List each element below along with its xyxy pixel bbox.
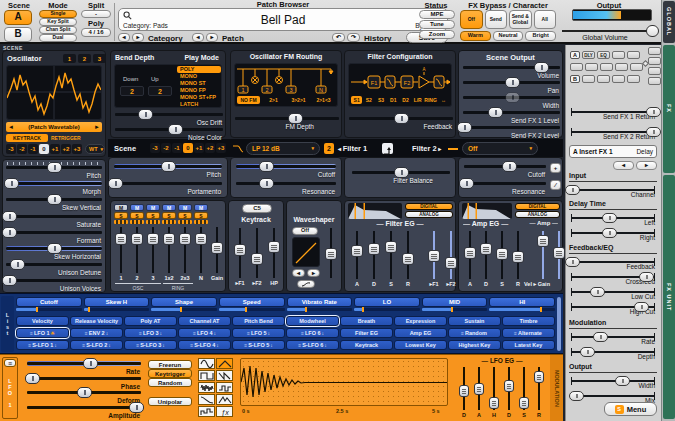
slider-handle[interactable] <box>459 178 474 189</box>
waveshaper-type-button[interactable]: Off <box>292 227 318 235</box>
fader-handle[interactable] <box>519 397 529 409</box>
eg-fader[interactable] <box>536 230 550 288</box>
mod-source-cell[interactable]: Amp EG <box>394 328 447 338</box>
fader-handle[interactable] <box>504 380 514 392</box>
fader-handle[interactable] <box>251 253 263 265</box>
tab-fx[interactable]: FX <box>663 45 675 173</box>
mod-source-cell[interactable]: Breath <box>340 316 393 326</box>
mode-option-button[interactable]: Single <box>39 10 77 18</box>
mute-button[interactable]: M <box>194 204 208 211</box>
play-mode-option[interactable]: POLY <box>177 66 221 73</box>
slider-handle[interactable] <box>259 161 274 172</box>
tab-global[interactable]: GLOBAL <box>663 1 675 43</box>
undo-icon[interactable]: ↶ <box>332 33 345 42</box>
lfo-slider[interactable]: Phase <box>26 373 142 388</box>
filter2-slider[interactable]: Cutoff <box>463 161 547 178</box>
hamburger-icon[interactable]: ≡ <box>244 342 247 348</box>
fader-handle[interactable] <box>211 242 223 254</box>
fx-slider[interactable]: Left <box>569 211 657 226</box>
category-prev-button[interactable]: ◂ <box>118 33 130 42</box>
filter1-subtype-button[interactable]: 2 <box>324 143 334 154</box>
fx-bypass-option-button[interactable]: Send <box>485 10 508 29</box>
filter-config-button[interactable]: L/R <box>412 96 423 104</box>
fx-slot[interactable] <box>630 63 643 71</box>
fm-route-button[interactable]: NO FM <box>237 96 260 104</box>
lfo-eg-fader[interactable]: R <box>533 366 545 419</box>
param-slider[interactable]: Formant <box>5 227 103 243</box>
solo-button[interactable]: S <box>114 212 128 219</box>
hamburger-icon[interactable]: ≡ <box>85 330 88 336</box>
fader-handle[interactable] <box>195 233 207 245</box>
feedback-slider[interactable]: Feedback <box>348 113 454 129</box>
mod-slot-bar[interactable] <box>151 308 217 311</box>
eg-fader[interactable]: ▸F1 <box>427 230 441 288</box>
fader-handle[interactable] <box>131 233 143 245</box>
fader-handle[interactable] <box>234 244 246 256</box>
fx-slot-dly[interactable]: DLY <box>582 51 595 59</box>
bend-down-value[interactable]: 2 <box>120 86 144 96</box>
matrix-scrollbar[interactable] <box>557 297 561 351</box>
mod-source-cell[interactable]: Pitch Bend <box>232 316 285 326</box>
scene-b-button[interactable]: B <box>4 27 32 42</box>
wavetable-next-icon[interactable]: ► <box>92 124 102 130</box>
filter2-slider[interactable]: Resonance <box>463 178 547 195</box>
scene-misc-slider[interactable]: Noise Color <box>114 124 224 139</box>
mod-slot-target[interactable]: Skew H <box>84 297 150 307</box>
mod-source-cell[interactable]: Keytrack <box>340 340 393 350</box>
fx-prev-button[interactable]: ◂ <box>613 161 634 170</box>
mod-source-cell[interactable]: Highest Key <box>448 340 501 350</box>
mod-source-cell[interactable]: Sustain <box>448 316 501 326</box>
fader-handle[interactable] <box>512 251 524 263</box>
filter-config-button[interactable]: S2 <box>363 96 374 104</box>
fx-slot[interactable] <box>582 75 595 83</box>
mod-source-cell[interactable]: ≡ S-LFO 1 ↓ <box>16 340 69 350</box>
slider-handle[interactable] <box>2 275 17 286</box>
filter-config-button[interactable]: RING <box>424 96 437 104</box>
slider-handle[interactable] <box>488 107 503 118</box>
filter-config-button[interactable]: S3 <box>375 96 386 104</box>
param-slider[interactable]: Unison Detune <box>5 259 103 275</box>
solo-button[interactable]: S <box>146 212 160 219</box>
send2-return-slider[interactable]: Send FX 2 Return <box>569 125 657 140</box>
slider-handle[interactable] <box>25 373 40 384</box>
filter-balance-slider[interactable]: Filter Balance <box>351 167 451 183</box>
tab-modulation[interactable]: MODULATION <box>550 355 563 421</box>
fader-handle[interactable] <box>459 385 469 397</box>
fm-depth-slider[interactable]: FM Depth <box>234 113 340 129</box>
fm-route-button[interactable]: 2>1 <box>262 96 285 104</box>
arm-icon[interactable]: ↓ <box>324 342 327 348</box>
hamburger-icon[interactable]: ≡ <box>298 342 301 348</box>
slider-handle[interactable] <box>602 228 617 238</box>
slider-handle[interactable] <box>47 162 62 173</box>
mod-source-cell[interactable]: ≡ Random <box>448 328 501 338</box>
category-next-button[interactable]: ▸ <box>132 33 144 42</box>
mod-slot-bar[interactable] <box>219 308 285 311</box>
param-slider[interactable]: Saturate <box>5 211 103 227</box>
fx-slot[interactable] <box>627 51 640 59</box>
fx-slider[interactable]: Feedback <box>569 255 657 270</box>
mod-source-cell[interactable]: ≡ S-LFO 2 ↓ <box>70 340 123 350</box>
mute-button[interactable]: M <box>146 204 160 211</box>
mixer-fader[interactable]: 1x2 <box>162 226 176 282</box>
fx-slider[interactable]: Channel <box>569 183 657 198</box>
play-mode-option[interactable]: MONO <box>177 73 221 80</box>
keytrack-fader[interactable]: HP <box>267 227 281 287</box>
slider-handle[interactable] <box>4 178 19 189</box>
slider-track[interactable] <box>6 279 102 282</box>
wavetable-name[interactable]: (Patch Wavetable) <box>16 124 92 130</box>
fader-handle[interactable] <box>534 371 544 383</box>
mod-source-cell[interactable]: Poly AT <box>124 316 177 326</box>
lfo-shape-sample-hold-icon[interactable] <box>216 382 233 393</box>
hamburger-icon[interactable]: ≡ <box>247 330 250 336</box>
analog-mode-button[interactable]: ANALOG <box>405 211 453 218</box>
lfo-trigger-button[interactable]: Freerun <box>148 360 192 369</box>
scene-octave-button[interactable]: -2 <box>161 143 171 153</box>
wavetable-prev-icon[interactable]: ◄ <box>6 124 16 130</box>
patch-prev-button[interactable]: ◂ <box>192 33 204 42</box>
digital-mode-button[interactable]: DIGITAL <box>405 203 453 210</box>
fader-track[interactable] <box>450 231 452 279</box>
fader-handle[interactable] <box>464 247 476 259</box>
lfo-shape-mseg-icon[interactable] <box>216 394 233 405</box>
mod-source-cell[interactable]: Release Velocity <box>70 316 123 326</box>
slider-handle[interactable] <box>590 287 605 297</box>
